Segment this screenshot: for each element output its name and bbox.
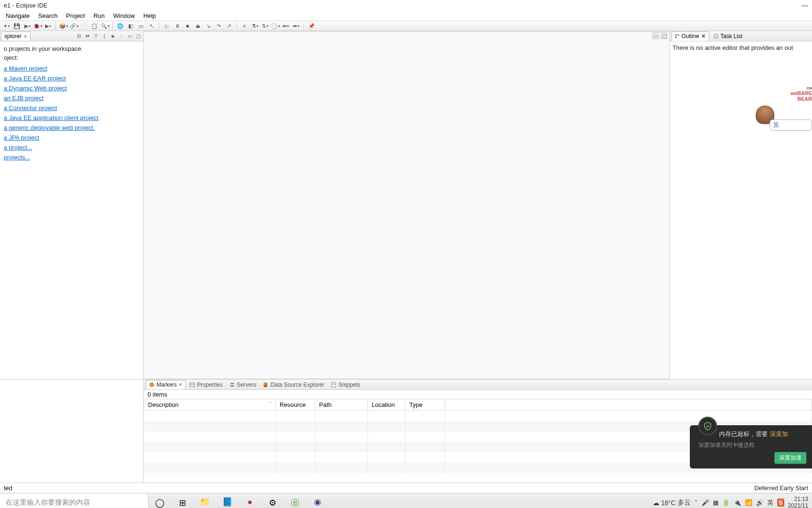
menu-project[interactable]: Project: [62, 11, 89, 20]
security-notification[interactable]: 内存已超标，需要 深度加 深度加速关闭卡慢进程 深度加速: [690, 425, 812, 468]
toolbar-separator: [159, 22, 159, 30]
focus-icon[interactable]: ◈: [109, 33, 116, 40]
project-explorer-tab[interactable]: xplorer ✕: [1, 32, 31, 40]
new-connection-icon[interactable]: 🔗: [70, 22, 78, 30]
col-resource[interactable]: Resource: [276, 399, 315, 411]
col-location[interactable]: Location: [368, 399, 406, 411]
step-return-icon[interactable]: ↗: [225, 22, 233, 30]
disconnect-icon[interactable]: ⏏: [194, 22, 202, 30]
open-task-icon[interactable]: 📋: [91, 22, 98, 30]
close-icon[interactable]: ✕: [179, 382, 182, 387]
menu-window[interactable]: Window: [109, 11, 139, 20]
chevron-up-icon[interactable]: ˄: [695, 499, 698, 506]
ime-indicator[interactable]: 英: [767, 499, 773, 507]
weather-widget[interactable]: ☁ 18°C 多云: [653, 499, 691, 507]
snippets-tab[interactable]: Snippets: [328, 381, 363, 389]
history-icon[interactable]: 🕒: [272, 22, 279, 30]
toggle-breadcrumb-icon[interactable]: ▭: [137, 22, 145, 30]
properties-tab[interactable]: Properties: [187, 381, 226, 389]
volume-icon[interactable]: 🔊: [756, 499, 764, 506]
link-ejb-project[interactable]: an EJB project: [4, 95, 44, 102]
eclipse-icon[interactable]: ◉: [306, 493, 329, 508]
recorder-icon[interactable]: ●: [239, 493, 261, 508]
file-explorer-icon[interactable]: 📁: [194, 493, 216, 508]
forward-icon[interactable]: ➡: [292, 22, 300, 30]
maximize-view-icon[interactable]: ▢: [135, 33, 141, 40]
svg-text:!: !: [151, 383, 152, 387]
link-generic-project[interactable]: a project...: [4, 144, 32, 151]
minimize-editor-icon[interactable]: ▭: [652, 32, 659, 39]
microphone-icon[interactable]: 🎤: [702, 499, 709, 506]
taskbar-search-input[interactable]: 在这里输入你要搜索的内容: [0, 493, 148, 508]
cortana-icon[interactable]: ◯: [148, 493, 171, 508]
new-icon[interactable]: ✦: [3, 22, 10, 30]
new-server-icon[interactable]: 📦: [60, 22, 67, 30]
col-type[interactable]: Type: [406, 399, 445, 411]
format-icon[interactable]: ≡: [241, 22, 248, 30]
debug-icon[interactable]: 🐞: [34, 22, 41, 30]
explorer-tab-bar: xplorer ✕ ⊟ ⇄ ▽ | ◈ ⋮ ▭ ▢: [0, 31, 143, 41]
link-import-projects[interactable]: projects...: [4, 154, 30, 161]
close-icon[interactable]: ✕: [701, 33, 706, 40]
taskbar-clock[interactable]: 21:13 2021/11: [788, 496, 808, 508]
pause-icon[interactable]: ⏸: [173, 22, 181, 30]
battery-icon[interactable]: 🔋: [722, 499, 730, 506]
open-type-icon[interactable]: 📄: [80, 22, 88, 30]
pin-editor-icon[interactable]: 📌: [308, 22, 315, 30]
project-explorer-view: xplorer ✕ ⊟ ⇄ ▽ | ◈ ⋮ ▭ ▢ o projects in …: [0, 31, 144, 379]
web-icon[interactable]: 🌐: [117, 22, 124, 30]
step-over-icon[interactable]: ↷: [215, 22, 222, 30]
minimize-view-icon[interactable]: ▭: [126, 33, 133, 40]
save-icon[interactable]: 💾: [13, 22, 21, 30]
step-into-icon[interactable]: ↘: [204, 22, 212, 30]
col-description[interactable]: Description˄: [144, 399, 276, 411]
sogou-icon[interactable]: S: [777, 499, 784, 507]
link-maven-project[interactable]: a Maven project: [4, 65, 47, 72]
minimize-button[interactable]: —: [802, 1, 808, 9]
search-icon[interactable]: 🔍: [101, 22, 109, 30]
cursor-icon[interactable]: ↖: [148, 22, 155, 30]
resume-icon[interactable]: ▷: [163, 22, 171, 30]
markers-tab[interactable]: ! Markers ✕: [146, 380, 186, 389]
power-icon[interactable]: 🔌: [734, 499, 741, 506]
sort-icon[interactable]: ⇅: [261, 22, 269, 30]
run-icon[interactable]: ▶: [23, 22, 31, 30]
collapse-all-icon[interactable]: ⊟: [76, 33, 82, 40]
menu-help[interactable]: Help: [140, 11, 160, 20]
jsp-icon[interactable]: ◧: [127, 22, 134, 30]
link-dynamic-web-project[interactable]: a Dynamic Web project: [4, 85, 67, 92]
run-ext-icon[interactable]: ▶: [44, 22, 52, 30]
notepad-icon[interactable]: 📘: [216, 493, 239, 508]
notification-action-button[interactable]: 深度加速: [774, 452, 806, 464]
browser-icon[interactable]: ⓔ: [284, 493, 306, 508]
link-java-ee-ear-project[interactable]: a Java EE EAR project: [4, 75, 66, 82]
status-right: Deferred Early Start: [754, 484, 808, 492]
maximize-editor-icon[interactable]: ▢: [661, 32, 667, 39]
tray-app-icon[interactable]: ▦: [713, 499, 718, 506]
filter-icon[interactable]: ⚗: [251, 22, 258, 30]
back-icon[interactable]: ⬅: [282, 22, 289, 30]
svg-rect-8: [230, 383, 234, 384]
filter-view-icon[interactable]: ▽: [93, 33, 99, 40]
close-icon[interactable]: ✕: [23, 34, 27, 39]
col-path[interactable]: Path: [315, 399, 368, 411]
link-connector-project[interactable]: a Connector project: [4, 104, 57, 111]
link-editor-icon[interactable]: ⇄: [84, 33, 91, 40]
terminate-icon[interactable]: ■: [184, 22, 191, 30]
menu-navigate[interactable]: Navigate: [2, 11, 33, 20]
menu-search[interactable]: Search: [34, 11, 61, 20]
view-menu-icon[interactable]: ⋮: [118, 33, 125, 40]
task-list-tab[interactable]: Task List: [711, 32, 745, 40]
data-source-tab[interactable]: Data Source Explorer: [260, 381, 327, 389]
outline-tab[interactable]: Outline ✕: [671, 32, 709, 41]
link-java-ee-app-client-project[interactable]: a Java EE application client project: [4, 114, 99, 121]
title-bar: e1 - Eclipse IDE —: [0, 0, 812, 10]
settings-icon[interactable]: ⚙: [261, 493, 284, 508]
menu-run[interactable]: Run: [90, 11, 109, 20]
servers-tab[interactable]: Servers: [226, 381, 259, 389]
link-jpa-project[interactable]: a JPA project: [4, 134, 39, 141]
logo-line2: BEAR: [797, 96, 812, 102]
link-generic-web-project[interactable]: a generic deployable web project.: [4, 124, 95, 131]
wifi-icon[interactable]: 📶: [745, 499, 752, 506]
task-view-icon[interactable]: ⊞: [171, 493, 194, 508]
